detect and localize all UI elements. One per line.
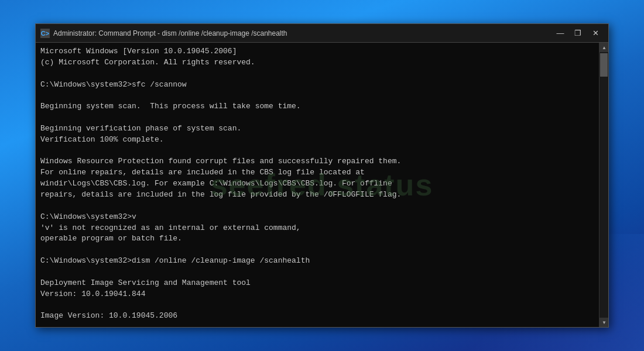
terminal-line: [40, 90, 594, 101]
terminal-line: Image Version: 10.0.19045.2006: [40, 311, 594, 322]
window-controls: — ❐ ✕: [552, 27, 604, 40]
terminal-line: Beginning verification phase of system s…: [40, 123, 594, 135]
terminal-line: [40, 245, 594, 256]
terminal-line: [40, 68, 594, 80]
terminal-line: repairs, details are included in the log…: [40, 190, 594, 201]
terminal-line: windir\Logs\CBS\CBS.log. For example C:\…: [40, 178, 594, 190]
scrollbar-track[interactable]: [600, 52, 608, 318]
terminal-line: [40, 146, 594, 157]
scrollbar-thumb[interactable]: [600, 53, 608, 77]
maximize-button[interactable]: ❐: [570, 27, 586, 40]
scroll-down-button[interactable]: ▼: [600, 318, 608, 327]
terminal-line: operable program or batch file.: [40, 233, 594, 245]
scrollbar[interactable]: ▲ ▼: [599, 43, 608, 327]
terminal-line: [40, 300, 594, 311]
close-button[interactable]: ✕: [587, 27, 604, 40]
terminal-line: [40, 112, 594, 123]
title-bar: C> Administrator: Command Prompt - dism …: [36, 24, 608, 43]
terminal-output[interactable]: Microsoft Windows [Version 10.0.19045.20…: [36, 43, 599, 327]
terminal-line: C:\Windows\system32>sfc /scannow: [40, 80, 594, 91]
terminal-line: (c) Microsoft Corporation. All rights re…: [40, 57, 594, 68]
terminal-line: Beginning system scan. This process will…: [40, 101, 594, 112]
terminal-line: C:\Windows\system32>dism /online /cleanu…: [40, 256, 594, 267]
minimize-button[interactable]: —: [552, 27, 568, 40]
terminal-line: [40, 322, 594, 327]
cmd-window: C> Administrator: Command Prompt - dism …: [35, 23, 609, 328]
terminal-line: Version: 10.0.19041.844: [40, 289, 594, 300]
terminal-body: Microsoft Windows [Version 10.0.19045.20…: [36, 43, 608, 327]
terminal-line: Microsoft Windows [Version 10.0.19045.20…: [40, 46, 594, 57]
terminal-line: Verification 100% complete.: [40, 135, 594, 146]
terminal-line: [40, 201, 594, 212]
scroll-up-button[interactable]: ▲: [600, 43, 608, 52]
window-icon: C>: [40, 29, 50, 38]
terminal-line: Deployment Image Servicing and Managemen…: [40, 278, 594, 289]
terminal-line: Windows Resource Protection found corrup…: [40, 156, 594, 167]
terminal-line: [40, 267, 594, 278]
terminal-line: C:\Windows\system32>v: [40, 212, 594, 223]
terminal-line: For online repairs, details are included…: [40, 167, 594, 178]
window-title: Administrator: Command Prompt - dism /on…: [53, 29, 552, 37]
terminal-line: 'v' is not recognized as an internal or …: [40, 223, 594, 234]
